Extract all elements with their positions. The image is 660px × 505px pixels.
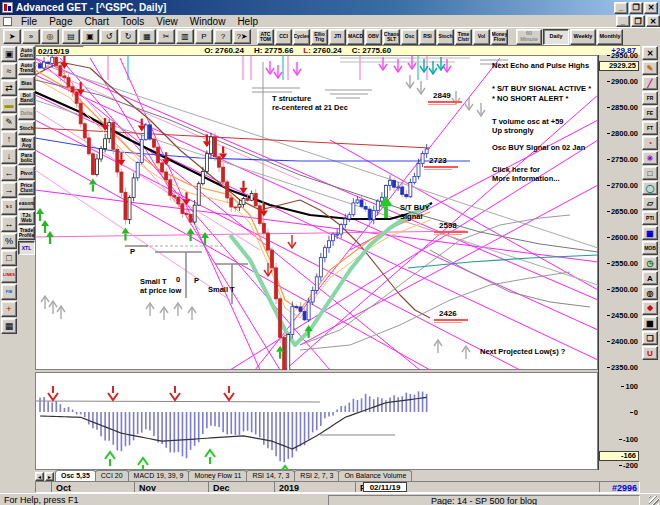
menu-file[interactable]: File: [15, 15, 43, 28]
delete-tool-button[interactable]: ✕: [642, 46, 658, 60]
study-editor-button[interactable]: ▬: [1, 97, 17, 113]
study-money-flow[interactable]: Money Flow: [491, 29, 508, 45]
print-button[interactable]: P: [195, 29, 213, 44]
ellipse-tool-button[interactable]: ◯: [642, 181, 658, 195]
study-osc[interactable]: Osc: [401, 29, 418, 45]
study-stoch[interactable]: Stoch: [437, 29, 454, 45]
study-btn-bol-band[interactable]: Bol Band: [18, 91, 35, 105]
menu-window[interactable]: Window: [184, 15, 232, 28]
fan-tool-button[interactable]: ✳: [642, 151, 658, 165]
scale-percent-button[interactable]: %: [1, 233, 17, 249]
pencil-tool-button[interactable]: ✎: [642, 61, 658, 75]
pti-study-button[interactable]: PTI: [642, 211, 658, 225]
trendline-tool-button[interactable]: ╱: [642, 76, 658, 90]
study-vol[interactable]: Vol: [473, 29, 490, 45]
menu-tools[interactable]: Tools: [115, 15, 150, 28]
tab-money-flow-11[interactable]: Money Flow 11: [188, 470, 247, 481]
menu-help[interactable]: Help: [231, 15, 264, 28]
paste-chart-button[interactable]: ▥: [176, 29, 194, 44]
tab-scroll-right[interactable]: ►: [45, 472, 54, 481]
timeframe-60-minute[interactable]: 60 Minute: [516, 29, 542, 45]
scroll-right-button[interactable]: →: [1, 182, 17, 198]
copy-tool-button[interactable]: ❏: [642, 331, 658, 345]
bars-per-inch-button[interactable]: 9:1: [1, 199, 17, 215]
fib-retracement-button[interactable]: FR: [642, 91, 658, 105]
tab-cci-20[interactable]: CCI 20: [95, 470, 129, 481]
zoom-tool-button[interactable]: ◎: [41, 29, 59, 44]
study-btn-mov-avg[interactable]: Mov Avg: [18, 136, 35, 150]
study-btn-price-clust[interactable]: Price Clust: [18, 181, 35, 195]
study-btn-tjs-web[interactable]: TJs Web: [18, 211, 35, 225]
study-rsi[interactable]: RSI: [419, 29, 436, 45]
study-btn-auto-trend[interactable]: Auto Trend: [18, 61, 35, 75]
tab-osc-5-35[interactable]: Osc 5,35: [55, 470, 96, 481]
fib-extension-button[interactable]: FE: [642, 106, 658, 120]
study-btn-seasonal[interactable]: Seasonal: [18, 196, 35, 210]
close-button[interactable]: ✕: [644, 2, 658, 14]
oscillator-canvas[interactable]: [35, 372, 598, 470]
study-btn-auto-gann[interactable]: Auto Gann: [18, 46, 35, 60]
tab-macd-19-39-9[interactable]: MACD 19, 39, 9: [128, 470, 190, 481]
study-btn-trade-profile[interactable]: Trade Profile: [18, 226, 35, 240]
study-obv[interactable]: OBV: [365, 29, 382, 45]
refresh-data-button[interactable]: ⇄: [1, 80, 17, 96]
zoom-in-button[interactable]: ◎: [642, 286, 658, 300]
menu-page[interactable]: Page: [43, 15, 78, 28]
grid-tool-button[interactable]: ▦: [642, 226, 658, 240]
text-tool-button[interactable]: A: [642, 271, 658, 285]
color-tool-button[interactable]: ❖: [642, 301, 658, 315]
scroll-down-button[interactable]: ↓: [1, 148, 17, 164]
study-ellio-trig[interactable]: Ellio Trig: [311, 29, 328, 45]
back-button[interactable]: ↺: [100, 29, 118, 44]
study-btn-para-bolic[interactable]: Para bolic: [18, 151, 35, 165]
date-nav-box[interactable]: 02/11/19: [363, 482, 407, 492]
timeframe-monthly[interactable]: Monthly: [597, 29, 623, 45]
study-atc-tom[interactable]: ATC TOM: [257, 29, 274, 45]
undo-button[interactable]: U: [642, 346, 658, 360]
snap-tool-button[interactable]: ▩: [642, 316, 658, 330]
mdi-minimize-button[interactable]: _: [616, 15, 630, 27]
tab-rsi-2-7-3[interactable]: RSI 2, 7, 3: [294, 470, 339, 481]
study-cci[interactable]: CCI: [275, 29, 292, 45]
study-btn-delta[interactable]: Delta: [18, 106, 35, 120]
study-time-clstr[interactable]: Time Clstr: [455, 29, 472, 45]
menu-chart[interactable]: Chart: [78, 15, 114, 28]
page-window-button[interactable]: ▦: [1, 318, 17, 334]
gann-tool-button[interactable]: ◔: [642, 136, 658, 150]
mob-study-button[interactable]: MOB: [642, 241, 658, 255]
open-chart-button[interactable]: ▣: [81, 29, 99, 44]
study-btn-pivot[interactable]: Pivot: [18, 166, 35, 180]
help-button[interactable]: ?: [214, 29, 232, 44]
box-tool-button[interactable]: □: [1, 250, 17, 266]
study-btn-xtl[interactable]: XTL: [18, 241, 35, 255]
scroll-left-button[interactable]: ←: [1, 165, 17, 181]
study-btn-bias[interactable]: Bias: [18, 76, 35, 90]
mdi-restore-button[interactable]: ❐: [631, 15, 645, 27]
quotes-tool-button[interactable]: »: [22, 29, 40, 44]
context-help-button[interactable]: ?➤: [233, 29, 251, 44]
copy-button[interactable]: ▦: [138, 29, 156, 44]
regression-tool-button[interactable]: ▱: [642, 196, 658, 210]
timeframe-weekly[interactable]: Weekly: [570, 29, 596, 45]
tab-scroll-left[interactable]: ◄: [35, 472, 44, 481]
study-macd[interactable]: MACD: [347, 29, 364, 45]
forward-button[interactable]: ↻: [119, 29, 137, 44]
new-chart-button[interactable]: ▤: [62, 29, 80, 44]
pointer-tool-button[interactable]: ➤: [3, 29, 21, 44]
fib-time-button[interactable]: FT: [642, 121, 658, 135]
study-btn-stoch[interactable]: Stoch: [18, 121, 35, 135]
rectangle-tool-button[interactable]: □: [642, 166, 658, 180]
lines-tool-button[interactable]: LINES: [1, 267, 17, 283]
open-chart-file-button[interactable]: ▣: [1, 46, 17, 62]
crosshair-tool-button[interactable]: +: [1, 301, 17, 317]
time-marker-button[interactable]: ◷: [642, 256, 658, 270]
restore-button[interactable]: ❐: [629, 2, 643, 14]
menu-view[interactable]: View: [150, 15, 184, 28]
tab-rsi-14-7-3[interactable]: RSI 14, 7, 3: [246, 470, 295, 481]
minimize-button[interactable]: _: [614, 2, 628, 14]
fib-tool-button[interactable]: FIB: [1, 284, 17, 300]
elliott-tool-button[interactable]: ✎: [1, 114, 17, 130]
study-chaos-slt[interactable]: Chaos SLT: [383, 29, 400, 45]
mdi-close-button[interactable]: ✕: [646, 15, 660, 27]
study-jti[interactable]: JTI: [329, 29, 346, 45]
